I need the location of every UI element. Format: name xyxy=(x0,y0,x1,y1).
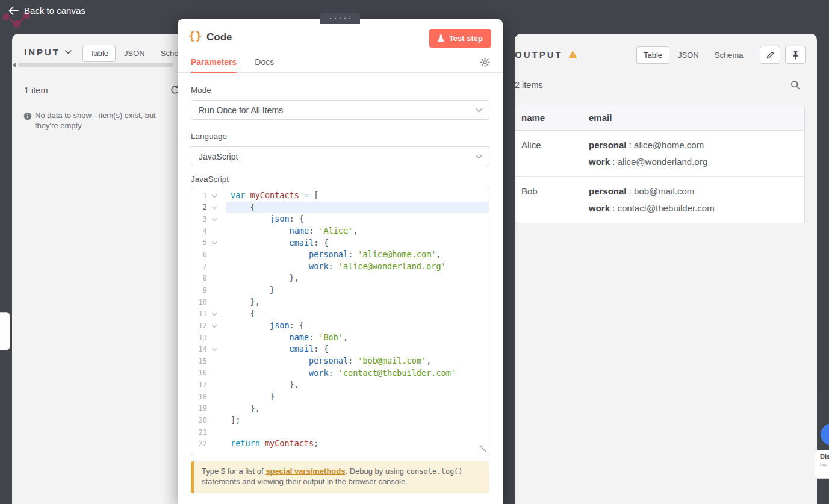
gutter-line-15[interactable]: 15 xyxy=(191,355,226,367)
gutter-line-9[interactable]: 9 xyxy=(191,284,226,296)
table-row[interactable]: Bobpersonal : bob@mail.comwork : contact… xyxy=(515,177,804,223)
code-line-20[interactable]: ]; xyxy=(226,414,489,426)
output-title-label: OUTPUT xyxy=(515,49,563,60)
special-vars-link[interactable]: special vars/methods xyxy=(265,467,345,476)
code-line-21[interactable] xyxy=(226,426,489,438)
gutter-line-8[interactable]: 8 xyxy=(191,272,226,284)
gutter-line-22[interactable]: 22 xyxy=(191,438,226,450)
output-tab-table[interactable]: Table xyxy=(636,46,669,64)
code-line-7[interactable]: work: 'alice@wonderland.org' xyxy=(226,261,489,273)
modal-title: Code xyxy=(206,31,232,43)
email-entry: work : alice@wonderland.org xyxy=(589,154,798,170)
scroll-left-arrow-icon[interactable] xyxy=(13,63,16,67)
output-tab-json[interactable]: JSON xyxy=(671,46,706,64)
fold-chevron-icon[interactable] xyxy=(207,241,222,244)
fold-chevron-icon[interactable] xyxy=(207,206,222,208)
chevron-down-icon xyxy=(476,155,482,159)
code-line-3[interactable]: json: { xyxy=(226,213,489,225)
code-line-15[interactable]: personal: 'bob@mail.com', xyxy=(226,355,489,367)
input-tab-json[interactable]: JSON xyxy=(117,45,152,62)
back-arrow-icon xyxy=(8,7,19,15)
table-row[interactable]: Alicepersonal : alice@home.comwork : ali… xyxy=(515,131,804,177)
output-tab-schema[interactable]: Schema xyxy=(707,46,751,64)
test-step-button[interactable]: Test step xyxy=(429,29,491,48)
code-line-11[interactable]: { xyxy=(226,308,489,320)
gutter-line-13[interactable]: 13 xyxy=(191,332,226,344)
code-line-19[interactable]: }, xyxy=(226,403,489,415)
code-line-2[interactable]: { xyxy=(226,202,489,214)
gutter-line-14[interactable]: 14 xyxy=(191,343,226,355)
code-line-17[interactable]: }, xyxy=(226,379,489,391)
gutter-line-4[interactable]: 4 xyxy=(191,225,226,237)
edge-card-label: Dis xyxy=(820,453,829,460)
hint-text: Type $ for a list of xyxy=(202,467,265,476)
code-node-modal: {} Code Test step Parameters Docs Mode R… xyxy=(178,19,503,504)
code-line-4[interactable]: name: 'Alice', xyxy=(226,225,489,237)
code-line-6[interactable]: personal: 'alice@home.com', xyxy=(226,249,489,261)
pin-data-button[interactable] xyxy=(785,46,806,64)
code-line-13[interactable]: name: 'Bob', xyxy=(226,332,489,344)
email-entry: work : contact@thebuilder.com xyxy=(589,200,798,217)
cell-name: Bob xyxy=(515,177,583,223)
code-line-9[interactable]: } xyxy=(226,284,489,296)
gutter-line-5[interactable]: 5 xyxy=(191,237,226,249)
back-to-canvas-button[interactable]: Back to canvas xyxy=(8,5,85,16)
gutter-line-18[interactable]: 18 xyxy=(191,391,226,403)
input-title-label: INPUT xyxy=(24,47,60,57)
gutter-line-17[interactable]: 17 xyxy=(191,379,226,391)
column-header-name[interactable]: name xyxy=(515,105,583,131)
code-line-1[interactable]: var myContacts = [ xyxy=(226,190,489,202)
gutter-line-11[interactable]: 11 xyxy=(191,308,226,320)
tab-docs[interactable]: Docs xyxy=(255,53,274,73)
editor-resize-handle-icon[interactable] xyxy=(479,445,487,453)
fold-chevron-icon[interactable] xyxy=(207,325,222,327)
editor-code-area[interactable]: var myContacts = [ { json: { name: 'Alic… xyxy=(226,187,489,455)
code-line-5[interactable]: email: { xyxy=(226,237,489,249)
gutter-line-3[interactable]: 3 xyxy=(191,213,226,225)
language-select[interactable]: JavaScript xyxy=(191,146,489,166)
gutter-line-19[interactable]: 19 xyxy=(191,403,226,415)
mode-select[interactable]: Run Once for All Items xyxy=(191,100,489,120)
edit-output-button[interactable] xyxy=(760,46,780,64)
fold-chevron-icon[interactable] xyxy=(207,313,222,315)
code-editor[interactable]: 12345678910111213141516171819202122 var … xyxy=(191,187,489,455)
fold-chevron-icon[interactable] xyxy=(207,348,222,350)
chevron-down-icon xyxy=(65,50,72,54)
input-horizontal-scrollbar[interactable] xyxy=(18,63,173,67)
input-items-count: 1 item xyxy=(24,86,48,95)
gutter-line-16[interactable]: 16 xyxy=(191,367,226,379)
cell-email: personal : bob@mail.comwork : contact@th… xyxy=(583,177,804,223)
input-panel-title[interactable]: INPUT xyxy=(24,47,72,57)
gutter-line-1[interactable]: 1 xyxy=(191,190,226,202)
settings-gear-icon[interactable] xyxy=(480,57,490,67)
editor-language-label: JavaScript xyxy=(191,175,229,184)
editor-gutter: 12345678910111213141516171819202122 xyxy=(191,187,226,455)
tab-parameters[interactable]: Parameters xyxy=(191,53,237,73)
fold-chevron-icon[interactable] xyxy=(207,218,222,220)
panel-drag-handle[interactable] xyxy=(320,13,360,24)
code-line-14[interactable]: email: { xyxy=(226,343,489,355)
fold-chevron-icon[interactable] xyxy=(207,194,222,197)
gutter-line-21[interactable]: 21 xyxy=(191,426,226,438)
canvas-node-fragment xyxy=(0,312,10,350)
code-line-22[interactable]: return myContacts; xyxy=(226,438,489,450)
gutter-line-10[interactable]: 10 xyxy=(191,296,226,308)
gutter-line-7[interactable]: 7 xyxy=(191,261,226,273)
column-header-email[interactable]: email xyxy=(583,105,804,131)
gutter-line-20[interactable]: 20 xyxy=(191,414,226,426)
input-tab-table[interactable]: Table xyxy=(82,45,116,62)
drag-dots-icon xyxy=(328,16,352,22)
canvas-edge-divider xyxy=(822,391,822,504)
code-line-8[interactable]: }, xyxy=(226,272,489,284)
code-line-10[interactable]: }, xyxy=(226,296,489,308)
code-line-12[interactable]: json: { xyxy=(226,320,489,332)
code-line-16[interactable]: work: 'contact@thebuilder.com' xyxy=(226,367,489,379)
output-items-count: 2 items xyxy=(515,80,543,90)
search-icon[interactable] xyxy=(790,80,800,90)
code-node-icon: {} xyxy=(188,30,203,42)
gutter-line-12[interactable]: 12 xyxy=(191,320,226,332)
code-line-18[interactable]: } xyxy=(226,391,489,403)
language-value: JavaScript xyxy=(199,152,238,161)
gutter-line-6[interactable]: 6 xyxy=(191,249,226,261)
gutter-line-2[interactable]: 2 xyxy=(191,202,226,214)
